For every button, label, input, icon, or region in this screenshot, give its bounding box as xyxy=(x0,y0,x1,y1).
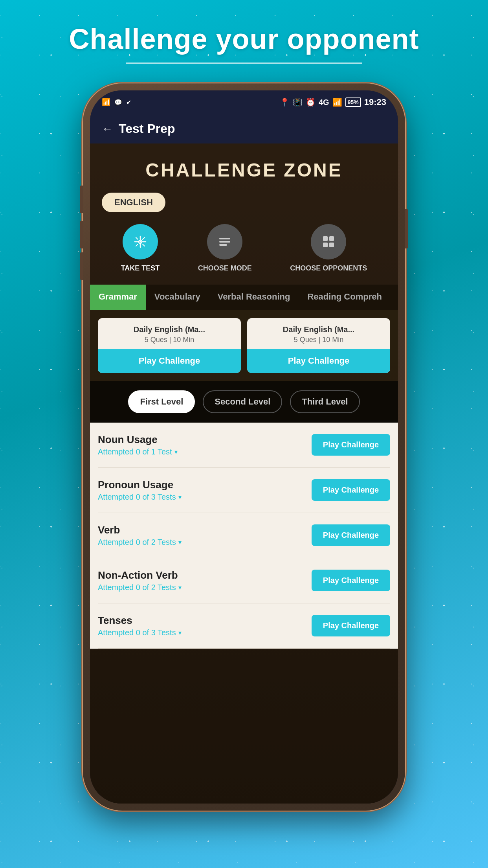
vibrate-icon: 📳 xyxy=(293,97,303,107)
mode-item-take-test[interactable]: TAKE TEST xyxy=(121,224,160,273)
svg-rect-13 xyxy=(323,236,328,241)
battery-percent: 95% xyxy=(345,97,361,107)
svg-line-7 xyxy=(143,237,145,239)
phone-screen: 📶 💬 ✔ 📍 📳 ⏰ 4G 📶 95% 19:23 xyxy=(90,90,398,804)
choose-mode-icon-circle xyxy=(207,224,242,259)
tab-verbal-reasoning[interactable]: Verbal Reasoning xyxy=(209,285,299,310)
daily-card-2-info: Daily English (Ma... 5 Ques | 10 Min xyxy=(247,318,390,349)
status-bar: 📶 💬 ✔ 📍 📳 ⏰ 4G 📶 95% 19:23 xyxy=(90,90,398,114)
subject-pill[interactable]: ENGLISH xyxy=(102,193,165,212)
back-button[interactable]: ← xyxy=(102,123,113,135)
daily-card-1-meta: 5 Ques | 10 Min xyxy=(104,336,235,344)
topic-tenses-name: Tenses xyxy=(98,614,312,627)
topic-pronoun-attempted: Attempted 0 of 3 Tests ▾ xyxy=(98,493,312,502)
level-tabs: First Level Second Level Third Level xyxy=(90,381,398,423)
choose-opponents-label: CHOOSE OPPONENTS xyxy=(290,264,367,273)
topic-verb-name: Verb xyxy=(98,524,312,536)
title-underline xyxy=(126,63,362,64)
choose-opponents-icon-circle xyxy=(311,224,346,259)
daily-card-2: Daily English (Ma... 5 Ques | 10 Min Pla… xyxy=(247,318,390,373)
tab-vocabulary[interactable]: Vocabulary xyxy=(146,285,209,310)
phone-wrapper: 📶 💬 ✔ 📍 📳 ⏰ 4G 📶 95% 19:23 xyxy=(83,83,405,811)
take-test-label: TAKE TEST xyxy=(121,264,160,273)
daily-card-2-title: Daily English (Ma... xyxy=(253,325,384,334)
daily-card-1: Daily English (Ma... 5 Ques | 10 Min Pla… xyxy=(98,318,241,373)
chevron-down-icon: ▾ xyxy=(178,584,182,591)
topic-item-pronoun: Pronoun Usage Attempted 0 of 3 Tests ▾ P… xyxy=(98,468,390,513)
battery-indicator: 95% xyxy=(345,97,361,107)
svg-line-5 xyxy=(136,237,138,239)
topic-item-tenses: Tenses Attempted 0 of 3 Tests ▾ Play Cha… xyxy=(98,603,390,649)
daily-card-2-meta: 5 Ques | 10 Min xyxy=(253,336,384,344)
daily-cards: Daily English (Ma... 5 Ques | 10 Min Pla… xyxy=(90,310,398,381)
topic-nonaction-attempted: Attempted 0 of 2 Tests ▾ xyxy=(98,583,312,592)
daily-card-1-title: Daily English (Ma... xyxy=(104,325,235,334)
wifi-icon: 📶 xyxy=(102,98,110,107)
topic-tenses-attempted: Attempted 0 of 3 Tests ▾ xyxy=(98,628,312,637)
daily-card-1-info: Daily English (Ma... 5 Ques | 10 Min xyxy=(98,318,241,349)
signal-label: 4G xyxy=(319,98,329,107)
chevron-down-icon: ▾ xyxy=(174,448,178,456)
topic-noun-left: Noun Usage Attempted 0 of 1 Test ▾ xyxy=(98,434,312,456)
status-right: 📍 📳 ⏰ 4G 📶 95% 19:23 xyxy=(280,97,386,107)
topic-pronoun-play-btn[interactable]: Play Challenge xyxy=(312,479,390,501)
content-inner: CHALLENGE ZONE ENGLISH xyxy=(90,143,398,664)
nav-title: Test Prep xyxy=(119,121,175,136)
app-content: CHALLENGE ZONE ENGLISH xyxy=(90,143,398,804)
nav-bar: ← Test Prep xyxy=(90,114,398,143)
tab-grammar[interactable]: Grammar xyxy=(90,285,146,310)
check-icon: ✔ xyxy=(126,99,131,106)
tab-reading[interactable]: Reading Compreh xyxy=(299,285,390,310)
svg-point-0 xyxy=(139,241,141,243)
notification-icon: 💬 xyxy=(114,99,122,106)
location-icon: 📍 xyxy=(280,97,290,107)
signal-bars-icon: 📶 xyxy=(332,97,342,107)
chevron-down-icon: ▾ xyxy=(178,629,182,636)
svg-rect-14 xyxy=(329,236,334,241)
status-left: 📶 💬 ✔ xyxy=(102,98,131,107)
daily-card-1-play-btn[interactable]: Play Challenge xyxy=(98,349,241,373)
svg-rect-12 xyxy=(219,244,227,246)
topic-pronoun-name: Pronoun Usage xyxy=(98,479,312,491)
topic-item-verb: Verb Attempted 0 of 2 Tests ▾ Play Chall… xyxy=(98,513,390,558)
svg-rect-16 xyxy=(329,243,334,247)
topic-verb-attempted: Attempted 0 of 2 Tests ▾ xyxy=(98,538,312,547)
svg-rect-11 xyxy=(219,241,230,243)
topic-nonaction-play-btn[interactable]: Play Challenge xyxy=(312,570,390,591)
level-tab-second[interactable]: Second Level xyxy=(203,390,282,413)
time-display: 19:23 xyxy=(364,97,386,107)
topic-nonaction-name: Non-Action Verb xyxy=(98,569,312,581)
subject-tabs: Grammar Vocabulary Verbal Reasoning Read… xyxy=(90,285,398,310)
page-bg-title: Challenge your opponent xyxy=(69,24,419,55)
daily-card-2-play-btn[interactable]: Play Challenge xyxy=(247,349,390,373)
chevron-down-icon: ▾ xyxy=(178,539,182,546)
level-tab-third[interactable]: Third Level xyxy=(290,390,360,413)
mode-item-choose-opponents[interactable]: CHOOSE OPPONENTS xyxy=(290,224,367,273)
alarm-icon: ⏰ xyxy=(306,97,316,107)
mode-icons-row: TAKE TEST CHOOSE MODE xyxy=(90,220,398,285)
challenge-zone-title: CHALLENGE ZONE xyxy=(98,159,390,181)
topic-tenses-left: Tenses Attempted 0 of 3 Tests ▾ xyxy=(98,614,312,637)
choose-mode-label: CHOOSE MODE xyxy=(198,264,252,273)
topic-noun-play-btn[interactable]: Play Challenge xyxy=(312,434,390,456)
level-tab-first[interactable]: First Level xyxy=(128,390,195,413)
svg-rect-10 xyxy=(219,238,230,239)
topic-noun-attempted: Attempted 0 of 1 Test ▾ xyxy=(98,447,312,456)
topic-list: Noun Usage Attempted 0 of 1 Test ▾ Play … xyxy=(90,423,398,649)
topic-verb-play-btn[interactable]: Play Challenge xyxy=(312,524,390,546)
topic-pronoun-left: Pronoun Usage Attempted 0 of 3 Tests ▾ xyxy=(98,479,312,502)
mode-item-choose-mode[interactable]: CHOOSE MODE xyxy=(198,224,252,273)
topic-verb-left: Verb Attempted 0 of 2 Tests ▾ xyxy=(98,524,312,547)
svg-line-8 xyxy=(136,244,138,246)
chevron-down-icon: ▾ xyxy=(178,493,182,501)
topic-tenses-play-btn[interactable]: Play Challenge xyxy=(312,615,390,636)
challenge-zone-header: CHALLENGE ZONE xyxy=(90,143,398,189)
svg-line-6 xyxy=(143,244,145,246)
take-test-icon-circle xyxy=(123,224,158,259)
topic-item-noun: Noun Usage Attempted 0 of 1 Test ▾ Play … xyxy=(98,423,390,468)
topic-nonaction-left: Non-Action Verb Attempted 0 of 2 Tests ▾ xyxy=(98,569,312,592)
topic-item-nonaction: Non-Action Verb Attempted 0 of 2 Tests ▾… xyxy=(98,558,390,603)
phone-outer: 📶 💬 ✔ 📍 📳 ⏰ 4G 📶 95% 19:23 xyxy=(83,83,405,811)
page-header: Challenge your opponent xyxy=(45,24,442,64)
svg-rect-15 xyxy=(323,243,328,247)
